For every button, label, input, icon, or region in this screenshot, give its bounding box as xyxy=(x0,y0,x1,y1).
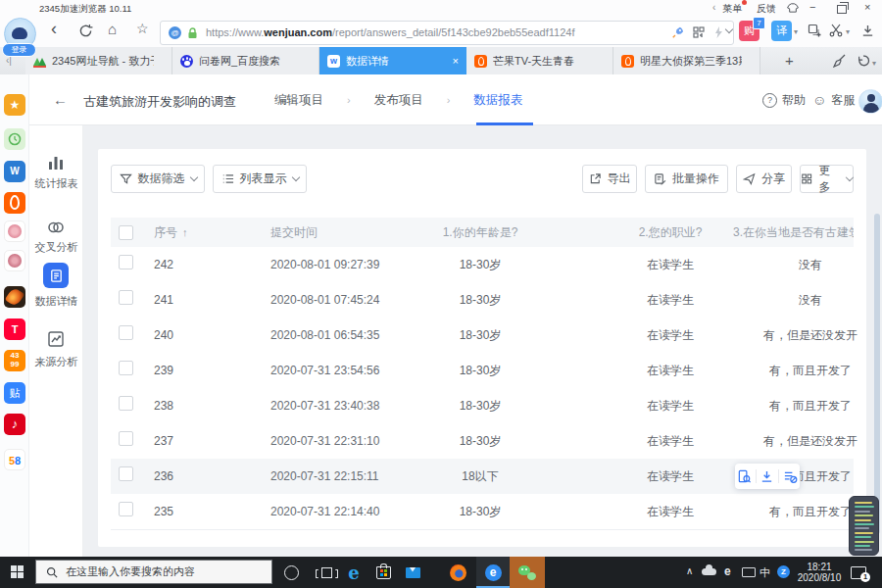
word-doc-icon[interactable]: W xyxy=(4,161,25,182)
row-checkbox[interactable] xyxy=(119,466,133,481)
cross-analysis-icon[interactable] xyxy=(46,218,66,237)
flash-bolt-icon[interactable] xyxy=(712,25,725,39)
wechat-button[interactable] xyxy=(510,557,545,588)
step-publish-project[interactable]: 发布项目 xyxy=(374,92,423,109)
columns-button[interactable]: 列表显示 xyxy=(213,165,307,193)
table-row[interactable]: 242 2020-08-01 09:27:39 18-30岁 在读学生 没有 xyxy=(111,247,854,283)
qrcode-icon[interactable] xyxy=(693,26,705,38)
tieba-icon[interactable]: 贴 xyxy=(4,382,25,404)
tab-baidu-search[interactable]: 问卷网_百度搜索 xyxy=(172,47,319,74)
table-row[interactable]: 237 2020-07-31 22:31:10 18-30岁 在读学生 有，但是… xyxy=(111,423,854,460)
table-row[interactable]: 239 2020-07-31 23:54:56 18-30岁 在读学生 有，而且… xyxy=(111,353,854,389)
game4399-icon[interactable]: 4399 xyxy=(4,350,25,371)
filter-button[interactable]: 数据筛选 xyxy=(111,165,205,193)
opera-mask2-icon[interactable] xyxy=(4,250,25,271)
game-flame-icon[interactable] xyxy=(4,286,25,308)
history-clock-icon[interactable] xyxy=(4,128,25,150)
city58-icon[interactable]: 58 xyxy=(4,449,25,470)
more-button[interactable]: 更多 xyxy=(800,165,854,193)
table-row[interactable]: 238 2020-07-31 23:40:38 18-30岁 在读学生 有，而且… xyxy=(111,388,854,424)
tray-edge-icon[interactable]: e xyxy=(724,564,731,578)
favorites-star-icon[interactable]: ★ xyxy=(4,94,25,116)
edge-button[interactable]: e xyxy=(337,557,370,588)
sidebar-item-cross[interactable]: 交叉分析 xyxy=(29,240,83,255)
scissors-dropdown-icon[interactable]: ▾ xyxy=(846,27,850,36)
col-no[interactable]: 序号↑ xyxy=(154,218,188,247)
clean-broom-icon[interactable] xyxy=(832,54,846,68)
row-checkbox[interactable] xyxy=(119,431,133,446)
customer-service-button[interactable]: ☺ 客服 xyxy=(812,74,855,125)
col-q1[interactable]: 1.你的年龄是? xyxy=(402,218,559,247)
sidebar-item-detail[interactable]: 数据详情 xyxy=(29,294,83,309)
taskbar-search[interactable]: 在这里输入你要搜索的内容 xyxy=(35,560,272,584)
help-button[interactable]: ? 帮助 xyxy=(762,74,806,125)
col-q3[interactable]: 3.在你当地是否有古建筑 xyxy=(733,218,854,247)
share-button[interactable]: 分享 xyxy=(736,165,792,193)
reopen-closed-tab-icon[interactable] xyxy=(857,54,870,68)
translate-dropdown-icon[interactable]: ▾ xyxy=(794,27,798,36)
tab-data-detail-active[interactable]: w 数据详情 × xyxy=(319,47,466,74)
multiwindow-icon[interactable] xyxy=(808,24,822,38)
tab-2345-navigation[interactable]: 2345网址导航 - 致力于打造百 xyxy=(25,47,172,74)
dictionary-tray-icon[interactable]: Z xyxy=(777,565,790,578)
browser-2345-button-active[interactable]: e xyxy=(476,557,510,588)
col-time[interactable]: 提交时间 xyxy=(270,218,318,247)
export-button[interactable]: 导出 xyxy=(582,165,637,193)
select-all-checkbox[interactable] xyxy=(119,225,133,240)
tray-expand-icon[interactable]: ∧ xyxy=(686,565,693,576)
table-row[interactable]: 240 2020-08-01 06:54:35 18-30岁 在读学生 有，但是… xyxy=(111,318,854,354)
sort-asc-icon[interactable]: ↑ xyxy=(182,226,188,238)
opera-mask-icon[interactable] xyxy=(4,220,25,242)
store-button[interactable] xyxy=(367,557,400,588)
site-safety-icon[interactable]: @ xyxy=(169,26,181,39)
tab-close-icon[interactable]: × xyxy=(453,55,459,67)
download-answer-icon[interactable] xyxy=(760,469,774,484)
addressbar-dropdown-icon[interactable] xyxy=(725,25,733,33)
speed-rocket-icon[interactable] xyxy=(671,25,685,39)
mgtv-bookmark-icon[interactable] xyxy=(4,192,25,214)
home-icon[interactable]: ⌂ xyxy=(108,21,117,37)
onedrive-icon[interactable] xyxy=(702,568,716,575)
back-icon[interactable]: ‹ xyxy=(51,19,57,39)
close-button[interactable]: × xyxy=(864,1,870,13)
netease-music-icon[interactable]: ♪ xyxy=(4,414,25,435)
col-q2[interactable]: 2.您的职业? xyxy=(592,218,749,247)
sidebar-item-source[interactable]: 来源分析 xyxy=(29,355,83,369)
firefox-button[interactable] xyxy=(441,557,474,588)
page-back-icon[interactable]: ← xyxy=(53,91,68,108)
action-center-button[interactable]: 1 xyxy=(851,566,866,579)
menu-collapse-icon[interactable]: ‹ xyxy=(712,2,715,13)
translate-icon[interactable]: 译 xyxy=(771,21,792,41)
skin-icon[interactable] xyxy=(787,3,799,13)
mail-button[interactable] xyxy=(396,557,429,588)
cortana-button[interactable] xyxy=(274,557,308,588)
tab-mgtv-show[interactable]: 明星大侦探第三季13期: 金条 xyxy=(613,47,760,74)
row-checkbox[interactable] xyxy=(119,502,133,516)
view-answer-icon[interactable] xyxy=(737,469,752,484)
ime-indicator[interactable]: 中 xyxy=(760,565,770,580)
menu-button[interactable]: 菜单 xyxy=(722,2,742,16)
tray-device-icon[interactable] xyxy=(742,567,756,577)
page-scrollbar[interactable] xyxy=(874,214,880,534)
tmall-icon[interactable]: T xyxy=(4,318,25,340)
screenshot-scissors-icon[interactable] xyxy=(829,24,844,37)
taskbar-clock[interactable]: 18:21 2020/8/10 xyxy=(794,562,845,583)
stats-report-icon[interactable] xyxy=(46,153,66,172)
table-row-hovered[interactable]: 236 2020-07-31 22:15:11 18以下 在读学生 有，而且开发… xyxy=(111,459,854,495)
url-text[interactable]: https://www.wenjuan.com/report/answers_d… xyxy=(206,26,574,38)
source-analysis-icon[interactable] xyxy=(46,329,66,349)
row-checkbox[interactable] xyxy=(119,361,133,375)
address-bar[interactable]: @ https://www.wenjuan.com/report/answers… xyxy=(160,21,734,45)
step-data-report[interactable]: 数据报表 xyxy=(473,92,522,109)
download-icon[interactable] xyxy=(860,24,875,38)
batch-actions-button[interactable]: 批量操作 xyxy=(645,165,728,193)
minimize-button[interactable]: − xyxy=(809,1,815,13)
tab-mgtv-home[interactable]: 芒果TV-天生青春 xyxy=(466,47,613,74)
sidebar-item-stats[interactable]: 统计报表 xyxy=(29,176,83,191)
favorite-star-icon[interactable]: ☆ xyxy=(136,21,149,36)
data-detail-icon-active[interactable] xyxy=(43,263,69,288)
new-tab-icon[interactable]: + xyxy=(785,52,794,69)
user-avatar[interactable] xyxy=(858,89,882,114)
row-checkbox[interactable] xyxy=(119,396,133,411)
restore-button[interactable] xyxy=(837,5,847,14)
